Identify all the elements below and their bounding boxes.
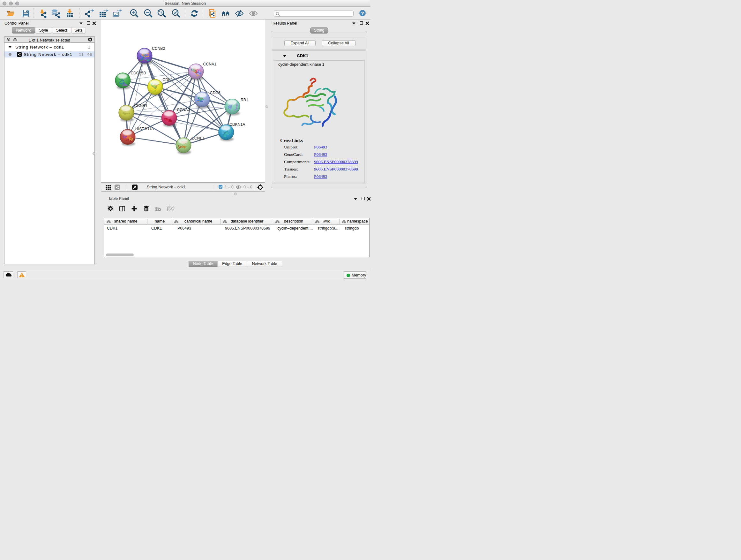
svg-text:CDK1: CDK1 bbox=[162, 78, 173, 82]
svg-text:CCNB2: CCNB2 bbox=[152, 46, 165, 51]
svg-text:HIST1H1A: HIST1H1A bbox=[135, 127, 154, 131]
svg-text:CDKN1A: CDKN1A bbox=[229, 122, 246, 127]
svg-text:CCNE1: CCNE1 bbox=[192, 136, 205, 140]
svg-text:CCNB1: CCNB1 bbox=[134, 104, 148, 108]
svg-text:CDC6: CDC6 bbox=[210, 91, 220, 95]
svg-text:CCNA1: CCNA1 bbox=[203, 62, 217, 66]
svg-text:?: ? bbox=[361, 10, 364, 16]
svg-text:RB1: RB1 bbox=[241, 98, 248, 102]
svg-text:CDC25B: CDC25B bbox=[131, 71, 146, 75]
svg-text:CCNA2: CCNA2 bbox=[177, 108, 190, 112]
